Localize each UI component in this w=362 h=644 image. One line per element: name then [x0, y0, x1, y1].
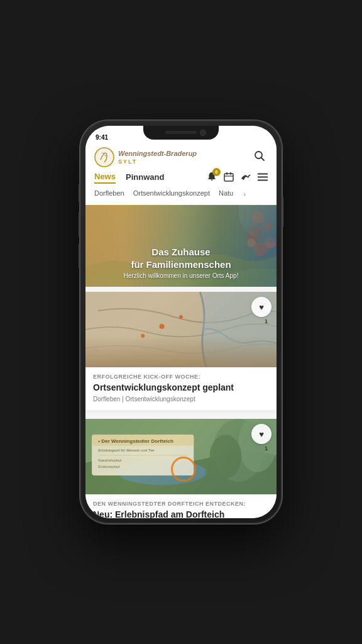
card-divider — [85, 410, 277, 414]
logo-subtitle: SYLT — [118, 158, 197, 165]
card-1-count: 1 — [265, 318, 268, 325]
calendar-icon[interactable] — [224, 172, 234, 184]
hero-text: Das Zuhausefür Familienmenschen Herzlich… — [85, 246, 277, 279]
card-2-body: DEN WENNINGSTEDTER DORFTEICH ENTDECKEN: … — [85, 494, 277, 518]
svg-point-18 — [179, 315, 183, 319]
notification-badge: 6 — [212, 168, 221, 176]
news-card-2[interactable]: • Der Wenningstedter Dorfteich Erholungs… — [85, 419, 277, 518]
svg-rect-3 — [224, 174, 233, 181]
cat-natur[interactable]: Natu — [219, 189, 233, 199]
tab-news[interactable]: News — [94, 172, 116, 184]
power-button — [282, 196, 283, 228]
menu-icon[interactable] — [258, 172, 268, 183]
notch — [143, 126, 219, 140]
cat-ortsentwicklung[interactable]: Ortsentwicklungskonzept — [133, 189, 210, 199]
volume-up-button — [79, 184, 80, 203]
search-button[interactable] — [251, 148, 268, 167]
heart-icon-2: ♥ — [259, 430, 264, 439]
logo-title: Wenningstedt-Braderup — [118, 150, 197, 158]
cat-more-icon[interactable]: › — [243, 190, 246, 199]
card-1-body: ERFOLGREICHE KICK-OFF WOCHE: Ortsentwick… — [85, 367, 277, 410]
cat-dorfleben[interactable]: Dorfleben — [94, 189, 124, 199]
tab-pinnwand[interactable]: Pinnwand — [126, 172, 164, 183]
notifications-icon[interactable]: 6 — [206, 171, 217, 184]
heart-icon: ♥ — [259, 303, 264, 312]
card-2-tag: DEN WENNINGSTEDTER DORFTEICH ENTDECKEN: — [93, 501, 269, 507]
nav-tabs: News Pinnwand 6 — [85, 167, 277, 189]
hero-title: Das Zuhausefür Familienmenschen — [98, 246, 264, 270]
svg-text:Naturlehrpfad: Naturlehrpfad — [98, 458, 121, 462]
orange-circle-decoration — [171, 457, 196, 482]
logo: Wenningstedt-Braderup SYLT — [94, 147, 197, 167]
svg-point-17 — [160, 324, 165, 329]
category-tabs: Dorfleben Ortsentwicklungskonzept Natu › — [85, 189, 277, 205]
card-2-image: • Der Wenningstedter Dorfteich Erholungs… — [85, 419, 277, 494]
time: 9:41 — [96, 134, 108, 141]
card-1-title: Ortsentwicklungskonzept geplant — [93, 382, 269, 393]
card-1-categories: Dorfleben | Ortsentwicklungskonzept — [93, 396, 269, 402]
logo-icon — [94, 147, 114, 167]
silent-button — [79, 243, 80, 269]
speaker — [165, 131, 197, 134]
hero-subtitle: Herzlich willkommen in unserer Orts App! — [98, 272, 264, 279]
news-card-1[interactable]: ♥ 1 ERFOLGREICHE KICK-OFF WOCHE: Ortsent… — [85, 292, 277, 410]
nav-icons: 6 — [206, 171, 268, 184]
hero-banner: Das Zuhausefür Familienmenschen Herzlich… — [85, 205, 277, 287]
svg-point-0 — [95, 148, 114, 167]
card-2-heart-button[interactable]: ♥ — [251, 424, 272, 444]
screen: 9:41 Wenningstedt-Braderup SYLT — [85, 126, 277, 518]
card-1-tag: ERFOLGREICHE KICK-OFF WOCHE: — [93, 374, 269, 380]
svg-text:Erholungsort für Mensch und Ti: Erholungsort für Mensch und Tier — [98, 448, 155, 452]
app-header: Wenningstedt-Braderup SYLT — [85, 143, 277, 167]
svg-line-2 — [261, 158, 265, 161]
volume-down-button — [79, 212, 80, 237]
svg-text:Erlebnispfad: Erlebnispfad — [98, 465, 119, 469]
card-1-image: ♥ 1 — [85, 292, 277, 367]
card-2-count: 1 — [265, 445, 268, 452]
front-camera — [200, 130, 206, 136]
svg-text:• Der Wenningstedter Dorfteich: • Der Wenningstedter Dorfteich — [98, 438, 173, 444]
card-1-heart-button[interactable]: ♥ — [251, 297, 272, 317]
logo-text: Wenningstedt-Braderup SYLT — [118, 150, 197, 164]
svg-point-23 — [210, 435, 242, 479]
bird-icon[interactable] — [240, 172, 251, 183]
card-2-title: Neu: Erlebnispfad am Dorfteich — [93, 509, 269, 518]
